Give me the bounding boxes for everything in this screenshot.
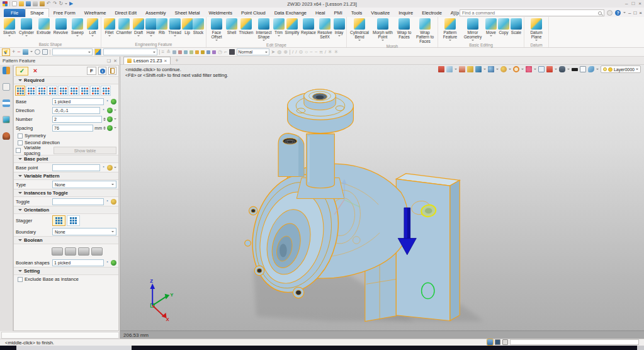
ribbon-button-hole[interactable]: Hole bbox=[145, 18, 157, 38]
variable-spacing-checkbox[interactable] bbox=[16, 148, 21, 153]
neck-cylinder[interactable] bbox=[307, 134, 335, 188]
settings-icon[interactable] bbox=[607, 10, 613, 16]
section-base-point[interactable]: Base point bbox=[14, 155, 118, 163]
pick-filter-icon[interactable] bbox=[446, 66, 453, 72]
section-boolean[interactable]: Boolean bbox=[14, 236, 118, 244]
ribbon-button-stock[interactable]: Stock bbox=[192, 18, 205, 35]
pattern-type-circular-icon[interactable] bbox=[26, 86, 36, 96]
help-doc-button[interactable] bbox=[108, 67, 116, 75]
tab-data-exchange[interactable]: Data Exchange bbox=[270, 9, 311, 17]
manager-pattern-icon[interactable] bbox=[3, 67, 10, 74]
ribbon-button-lip[interactable]: Lip bbox=[183, 18, 192, 35]
filter-line-icon[interactable] bbox=[178, 50, 182, 54]
ribbon-button-wrap-pattern-to-faces[interactable]: Wrap Pattern to Faces bbox=[414, 18, 436, 43]
layer-visibility-icon[interactable] bbox=[603, 67, 607, 71]
tab-pmi[interactable]: PMI bbox=[329, 9, 346, 17]
undo-icon[interactable]: ↶ bbox=[47, 1, 51, 6]
ribbon-button-loft[interactable]: Loft bbox=[86, 18, 99, 38]
ribbon-button-simplify[interactable]: Simplify bbox=[284, 18, 300, 35]
dropdown-caret-icon[interactable] bbox=[455, 69, 457, 71]
tab-visualize[interactable]: Visualize bbox=[366, 9, 394, 17]
tab-inquire[interactable]: Inquire bbox=[394, 9, 417, 17]
ribbon-button-move[interactable]: Move bbox=[485, 18, 497, 38]
ribbon-button-intersect-shape[interactable]: Intersect Shape bbox=[254, 18, 273, 42]
dark-cylinder-icon[interactable] bbox=[559, 66, 565, 72]
help-caret-icon[interactable] bbox=[623, 12, 626, 14]
base-input[interactable] bbox=[52, 98, 104, 105]
history-clock-icon[interactable]: ◷ bbox=[218, 49, 222, 55]
pick-point-icon[interactable] bbox=[111, 199, 116, 205]
tab-close-icon[interactable]: × bbox=[164, 59, 167, 64]
gold-disc-icon[interactable] bbox=[500, 66, 507, 72]
tab-direct-edit[interactable]: Direct Edit bbox=[110, 9, 141, 17]
new-file-icon[interactable] bbox=[12, 1, 17, 6]
ribbon-button-shell[interactable]: Shell bbox=[225, 18, 238, 35]
panel-float-button[interactable]: ❏ bbox=[107, 59, 111, 64]
dropdown-caret-icon[interactable] bbox=[567, 69, 570, 71]
pattern-type-fill-icon[interactable] bbox=[101, 86, 111, 96]
entity-filter-combo[interactable] bbox=[103, 48, 157, 55]
manager-user-icon[interactable] bbox=[3, 132, 10, 140]
lasso-icon[interactable] bbox=[35, 49, 40, 55]
shaded-view-icon[interactable] bbox=[475, 66, 482, 72]
background-icon[interactable] bbox=[229, 49, 235, 55]
save-icon[interactable] bbox=[26, 1, 31, 6]
pick-sprout-icon[interactable] bbox=[111, 99, 116, 104]
pick-sprout-icon[interactable] bbox=[107, 116, 113, 122]
orange-ring-icon[interactable] bbox=[513, 66, 519, 72]
spacing-input[interactable] bbox=[52, 125, 93, 132]
pick-last-icon[interactable]: ➤ bbox=[271, 49, 276, 55]
tab-heal[interactable]: Heal bbox=[311, 9, 329, 17]
ribbon-button-chamfer[interactable]: Chamfer bbox=[116, 18, 132, 35]
quick-access-caret-icon[interactable] bbox=[65, 3, 67, 6]
symmetry-checkbox[interactable] bbox=[18, 133, 23, 138]
red-beam-icon[interactable] bbox=[546, 66, 553, 72]
dropdown-caret-icon[interactable] bbox=[114, 167, 116, 169]
ribbon-button-face-offset[interactable]: Face Offset bbox=[208, 18, 225, 42]
ribbon-button-revolve[interactable]: Revolve bbox=[52, 18, 69, 35]
boolean-remove-icon[interactable] bbox=[78, 247, 89, 256]
second-direction-checkbox[interactable] bbox=[18, 140, 23, 145]
dropdown-caret-icon[interactable] bbox=[521, 69, 524, 71]
search-icon[interactable] bbox=[598, 11, 602, 15]
window-layout-icon[interactable] bbox=[502, 339, 508, 345]
ribbon-button-rib[interactable]: Rib bbox=[157, 18, 167, 35]
add-filter-icon[interactable]: + bbox=[12, 49, 15, 55]
pick-point-icon[interactable] bbox=[107, 165, 113, 171]
ribbon-button-resolve-selfx[interactable]: Resolve SelfX bbox=[317, 18, 333, 39]
doc-restore-button[interactable]: □ bbox=[633, 10, 636, 16]
filter-sketch-icon[interactable] bbox=[206, 50, 210, 54]
dropdown-caret-icon[interactable] bbox=[534, 69, 536, 71]
frame-icon[interactable] bbox=[538, 66, 545, 72]
ribbon-button-cylinder[interactable]: Cylinder bbox=[18, 18, 35, 38]
ribbon-button-wrap-to-faces[interactable]: Wrap to Faces bbox=[395, 18, 414, 39]
pattern-type-point-icon[interactable] bbox=[47, 86, 57, 96]
snap-icon[interactable]: ≜ bbox=[166, 49, 171, 55]
tab-point-cloud[interactable]: Point Cloud bbox=[237, 9, 270, 17]
ribbon-button-thread[interactable]: Thread bbox=[167, 18, 183, 38]
pick-sprout-icon[interactable] bbox=[107, 108, 113, 113]
command-search-input[interactable] bbox=[462, 11, 597, 15]
dropdown-caret-icon[interactable] bbox=[30, 51, 33, 54]
filter-curve-icon[interactable] bbox=[212, 50, 216, 54]
filter-component-icon[interactable] bbox=[201, 50, 205, 54]
ribbon-button-cylindrical-bend[interactable]: Cylindrical Bend bbox=[348, 18, 371, 42]
pick-sprout-icon[interactable] bbox=[111, 260, 116, 266]
stagger-grid-icon[interactable] bbox=[52, 215, 65, 226]
filter-arc-icon[interactable] bbox=[184, 50, 188, 54]
ribbon-button-trim[interactable]: Trim bbox=[273, 18, 284, 38]
black-bar-icon[interactable] bbox=[572, 68, 578, 71]
ribbon-button-sketch[interactable]: Sketch bbox=[1, 18, 18, 38]
exit-icon[interactable] bbox=[438, 66, 444, 72]
ribbon-button-copy[interactable]: Copy bbox=[497, 18, 510, 35]
regen-icon[interactable]: ↻ bbox=[59, 1, 63, 6]
pattern-type-curve-icon[interactable] bbox=[90, 86, 100, 96]
status-input[interactable] bbox=[510, 339, 639, 345]
stagger-offset-icon[interactable] bbox=[67, 215, 80, 226]
filter-point-icon[interactable] bbox=[172, 50, 176, 54]
pick-box-icon[interactable] bbox=[42, 49, 48, 55]
tab-sheet-metal[interactable]: Sheet Metal bbox=[171, 9, 205, 17]
notification-icon[interactable] bbox=[453, 11, 457, 15]
section-target-icon[interactable] bbox=[526, 66, 532, 72]
stats-panel-icon[interactable] bbox=[487, 339, 493, 345]
